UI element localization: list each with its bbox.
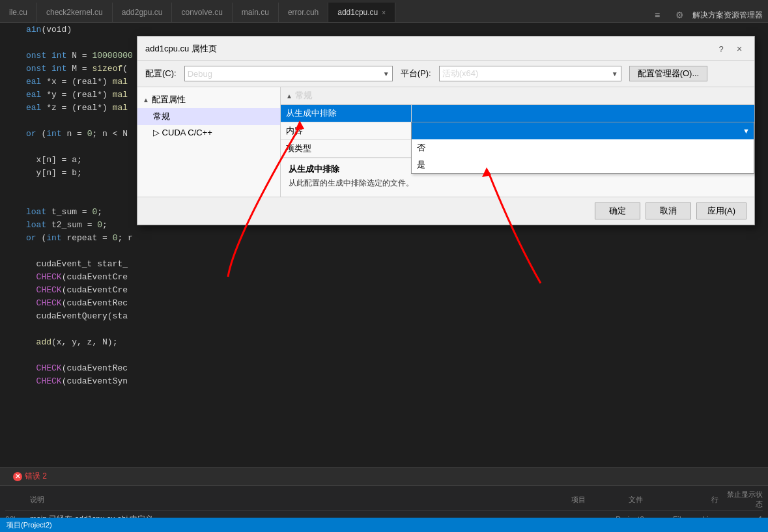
ok-button[interactable]: 确定 [595,203,640,219]
tree-item-general-label: 常规 [153,111,170,121]
code-line: add(x, y, z, N); [0,335,768,348]
tab-add1cpu[interactable]: add1cpu.cu × [328,3,395,22]
dropdown-header: ▼ [412,122,754,139]
code-line: CHECK(cudaEventRec [0,361,768,374]
props-area: 从生成中排除 内容 项类型 [281,105,754,158]
property-tree: ▲ 配置属性 常规 ▷ CUDA C/C++ [137,87,281,197]
dropdown-option-yes[interactable]: 是 [412,156,754,173]
props-value-exclude[interactable] [411,105,754,122]
error-count: 错误 2 [25,471,47,482]
dropdown-menu: ▼ 否 是 [411,122,754,174]
code-line [0,244,768,257]
props-section-title: 常规 [295,90,312,102]
bottom-tabs: ✕ 错误 2 [0,468,768,486]
tab-menu-icon[interactable]: ≡ [648,8,666,22]
error-icon: ✕ [13,472,22,481]
dropdown-arrow-icon[interactable]: ▼ [743,127,750,135]
error-badge: ✕ 错误 2 [13,471,47,482]
code-line: or (int repeat = 0; r [0,231,768,244]
help-button[interactable]: ? [714,42,728,56]
config-row: 配置(C): Debug ▼ 平台(P): 活动(x64) ▼ 配置管理器(O)… [137,61,754,87]
config-select[interactable]: Debug ▼ [184,66,393,81]
code-line: CHECK(cudaEventRec [0,296,768,309]
properties-panel: ▲ 常规 从生成中排除 内容 [281,87,754,197]
tree-item-cuda-label: ▷ CUDA C/C++ [153,128,212,137]
platform-label: 平台(P): [401,68,431,79]
dialog-body: ▲ 配置属性 常规 ▷ CUDA C/C++ ▲ 常规 [137,87,754,197]
code-line: cudaEvent_t start_ [0,257,768,270]
code-line: CHECK(cudaEventCre [0,283,768,296]
tree-section-config[interactable]: ▲ 配置属性 [137,91,280,108]
solution-explorer-label[interactable]: 解决方案资源管理器 [692,10,763,21]
desc-text: 从此配置的生成中排除选定的文件。 [289,178,747,189]
props-row-exclude[interactable]: 从生成中排除 [281,105,754,122]
error-header: 说明 项目 文件 行 禁止显示状态 [5,488,763,511]
dialog-title: add1cpu.cu 属性页 [145,43,217,55]
tab-errors[interactable]: ✕ 错误 2 [0,468,57,485]
close-button[interactable]: × [732,42,747,56]
dialog-footer: 确定 取消 应用(A) [137,197,754,225]
properties-dialog: add1cpu.cu 属性页 ? × 配置(C): Debug ▼ 平台(P):… [137,36,755,225]
tab-convolve[interactable]: convolve.cu [172,3,232,22]
apply-button[interactable]: 应用(A) [696,203,747,219]
code-line: CHECK(cudaEventCre [0,270,768,283]
tab-check2kernel[interactable]: check2kernel.cu [37,3,113,22]
dialog-title-buttons: ? × [714,42,747,56]
props-section-header: ▲ 常规 [281,87,754,105]
tree-section-label: 配置属性 [152,94,186,105]
config-manager-button[interactable]: 配置管理器(O)... [629,66,708,81]
code-line [0,348,768,361]
config-value: Debug [188,69,212,79]
platform-select[interactable]: 活动(x64) ▼ [439,66,621,81]
settings-icon[interactable]: ⚙ [670,8,689,22]
config-label: 配置(C): [145,68,177,79]
tab-file-cu[interactable]: ile.cu [0,3,37,22]
platform-dropdown-arrow: ▼ [612,70,618,77]
config-dropdown-arrow: ▼ [383,70,390,77]
dropdown-option-no[interactable]: 否 [412,139,754,156]
tab-error[interactable]: error.cuh [279,3,328,22]
code-line [0,322,768,335]
props-collapse-icon: ▲ [286,92,292,100]
code-line: ain(void) [0,23,768,36]
status-text: 项目(Project2) [7,520,52,530]
props-label-content: 内容 [281,122,411,140]
props-label-exclude: 从生成中排除 [281,105,411,122]
tree-collapse-icon: ▲ [143,96,149,104]
tab-bar: ile.cu check2kernel.cu add2gpu.cu convol… [0,0,768,23]
code-line: cudaEventQuery(sta [0,309,768,322]
dialog-title-bar: add1cpu.cu 属性页 ? × [137,36,754,61]
tab-add2gpu[interactable]: add2gpu.cu [113,3,173,22]
props-label-type: 项类型 [281,140,411,158]
status-bar: 项目(Project2) [0,518,768,532]
tab-close-icon[interactable]: × [382,9,386,16]
bottom-panel: ✕ 错误 2 说明 项目 文件 行 禁止显示状态 00' main 已经在 ad… [0,467,768,518]
tree-item-cuda[interactable]: ▷ CUDA C/C++ [137,125,280,140]
tab-main[interactable]: main.cu [233,3,279,22]
code-line: CHECK(cudaEventSyn [0,374,768,387]
tree-item-general[interactable]: 常规 [137,108,280,125]
platform-value: 活动(x64) [442,68,479,79]
cancel-button[interactable]: 取消 [646,203,691,219]
